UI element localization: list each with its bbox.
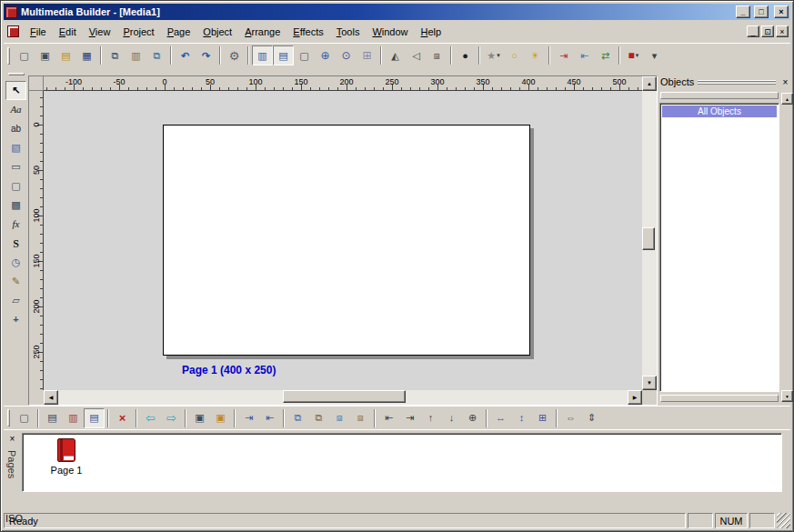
delete-page-button[interactable]: ×: [112, 408, 133, 428]
dialog-button[interactable]: ○: [504, 45, 525, 65]
scroll-right-button[interactable]: ▶: [628, 390, 642, 405]
vertical-scroll-thumb[interactable]: [642, 227, 655, 250]
project-settings-button[interactable]: ⚙: [224, 45, 245, 65]
same-width-button[interactable]: ↔: [490, 408, 511, 428]
menu-file[interactable]: File: [24, 23, 53, 41]
menu-tools[interactable]: Tools: [330, 23, 367, 41]
zoom-fit-button[interactable]: ⊕: [315, 45, 336, 65]
horizontal-scrollbar[interactable]: ◀ ▶: [44, 390, 642, 405]
toggle-structure-button[interactable]: ▤: [273, 45, 294, 65]
toggle-rulers-button[interactable]: ▥: [252, 45, 273, 65]
page-properties-button[interactable]: ▢: [294, 45, 315, 65]
mirror-button[interactable]: ◭: [385, 45, 406, 65]
page-canvas[interactable]: Page 1 (400 x 250): [44, 91, 642, 390]
new-project-button[interactable]: ▢: [14, 45, 35, 65]
import-page-button[interactable]: ⇤: [259, 408, 280, 428]
zoom-button[interactable]: ⊙: [336, 45, 357, 65]
object-browser-button[interactable]: ⇤: [574, 45, 595, 65]
toolbox-grip[interactable]: [8, 73, 25, 75]
title-bar[interactable]: Multimedia Builder - [Media1] _ □ ×: [4, 4, 790, 20]
redo-button[interactable]: ↷: [196, 45, 216, 65]
menu-page[interactable]: Page: [161, 23, 197, 41]
object-wizard-button[interactable]: ▣: [210, 408, 231, 428]
label-tool-button[interactable]: ab: [5, 119, 26, 138]
dropdown-arrow-icon[interactable]: ▾: [636, 52, 639, 59]
toolbar-grip[interactable]: [7, 409, 10, 427]
script-editor-button[interactable]: ⇥: [553, 45, 574, 65]
objects-panel-bottom-bar[interactable]: [660, 395, 779, 402]
scroll-left-button[interactable]: ◀: [44, 390, 58, 405]
bring-front-button[interactable]: ⧈: [329, 408, 350, 428]
select-tool-button[interactable]: ↖: [5, 81, 26, 100]
paste-special-button[interactable]: ⧉: [146, 45, 167, 65]
add-object-button[interactable]: ▣: [189, 408, 210, 428]
undo-button[interactable]: ↶: [175, 45, 196, 65]
master-page-button[interactable]: ▥: [63, 408, 84, 428]
rectangle-tool-button[interactable]: ▢: [5, 176, 26, 196]
text-tool-button[interactable]: Aa: [5, 100, 26, 119]
align-top-button[interactable]: ↑: [420, 408, 441, 428]
horizontal-scroll-track[interactable]: [58, 390, 628, 405]
vertical-scroll-track[interactable]: [642, 91, 657, 376]
page-thumbnail-item[interactable]: Page 1: [39, 438, 94, 476]
objects-list[interactable]: All Objects: [659, 103, 779, 392]
vertical-scrollbar[interactable]: ▲ ▼: [642, 76, 657, 390]
edit-tool-button[interactable]: ✎: [5, 272, 26, 291]
pages-list[interactable]: Page 1: [22, 433, 782, 492]
menu-object[interactable]: Object: [196, 23, 238, 41]
mdi-document-icon[interactable]: [7, 25, 19, 37]
space-down-button[interactable]: ⇕: [581, 408, 602, 428]
open-project-button[interactable]: ▤: [55, 45, 76, 65]
child-restore-button[interactable]: ⊡: [761, 25, 774, 37]
page-stack-button[interactable]: ▤: [42, 408, 63, 428]
page-list-button[interactable]: ▤: [84, 408, 105, 428]
objects-filter-selected[interactable]: All Objects: [662, 105, 777, 117]
objects-panel-toolbar[interactable]: [660, 92, 779, 99]
image-tool-button[interactable]: ▧: [5, 138, 26, 157]
bring-forward-button[interactable]: ⧉: [287, 408, 308, 428]
pages-panel-close-button[interactable]: ×: [6, 433, 18, 444]
next-page-button[interactable]: ⇨: [161, 408, 182, 428]
move-tool-button[interactable]: +: [5, 310, 26, 329]
send-back-button[interactable]: ⧈: [350, 408, 371, 428]
align-left-button[interactable]: ⇤: [378, 408, 399, 428]
clock-tool-button[interactable]: ◷: [5, 253, 26, 272]
layers-tool-button[interactable]: ▱: [5, 291, 26, 310]
draw-circle-button[interactable]: ●: [455, 45, 476, 65]
new-page-button[interactable]: ▣: [35, 45, 55, 65]
child-close-button[interactable]: ×: [776, 25, 789, 37]
app-icon[interactable]: [5, 6, 17, 18]
center-page-button[interactable]: ⊕: [462, 408, 483, 428]
resize-grip[interactable]: [777, 513, 790, 528]
preview-3d-button[interactable]: ■▾: [623, 45, 644, 65]
menu-project[interactable]: Project: [116, 23, 160, 41]
close-button[interactable]: ×: [774, 5, 789, 18]
effects-button[interactable]: ☀: [525, 45, 546, 65]
export-page-button[interactable]: ⇥: [238, 408, 259, 428]
sound-tool-button[interactable]: S: [5, 234, 26, 253]
scroll-up-button[interactable]: ▲: [642, 76, 657, 91]
copy-button[interactable]: ⧉: [105, 45, 126, 65]
maximize-button[interactable]: □: [754, 5, 769, 18]
objects-panel-grip[interactable]: [698, 80, 776, 85]
panel-scroll-up-button[interactable]: ▲: [781, 93, 793, 105]
menu-view[interactable]: View: [83, 23, 117, 41]
paste-button[interactable]: ▥: [126, 45, 146, 65]
horizontal-scroll-thumb[interactable]: [283, 390, 406, 403]
magic-wand-button[interactable]: ★▾: [483, 45, 504, 65]
menu-window[interactable]: Window: [366, 23, 414, 41]
minimize-button[interactable]: _: [736, 5, 750, 18]
child-minimize-button[interactable]: _: [747, 25, 759, 37]
space-across-button[interactable]: ⇔: [560, 408, 581, 428]
flip-button[interactable]: ◁: [406, 45, 427, 65]
panel-scroll-down-button[interactable]: ▼: [781, 390, 793, 402]
button-tool-button[interactable]: ▭: [5, 157, 26, 176]
menu-help[interactable]: Help: [415, 23, 448, 41]
objects-panel-close-button[interactable]: ×: [779, 76, 791, 87]
previous-page-button[interactable]: ⇦: [140, 408, 161, 428]
menu-arrange[interactable]: Arrange: [238, 23, 286, 41]
objects-panel-titlebar[interactable]: Objects ×: [659, 75, 792, 88]
align-bottom-button[interactable]: ↓: [441, 408, 462, 428]
send-backward-button[interactable]: ⧉: [308, 408, 329, 428]
add-page-button[interactable]: ▢: [14, 408, 35, 428]
